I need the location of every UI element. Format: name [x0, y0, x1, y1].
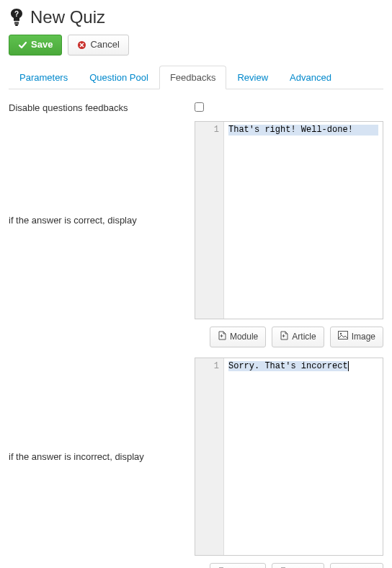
- quiz-icon: ?: [9, 8, 24, 27]
- tab-advanced[interactable]: Advanced: [279, 66, 342, 89]
- article-button[interactable]: Article: [272, 563, 324, 568]
- tab-parameters[interactable]: Parameters: [9, 66, 79, 89]
- page-title: New Quiz: [30, 7, 105, 27]
- save-button-label: Save: [31, 39, 53, 51]
- article-button-label: Article: [292, 332, 316, 343]
- cancel-button-label: Cancel: [90, 39, 119, 51]
- incorrect-answer-label: if the answer is incorrect, display: [9, 358, 195, 556]
- image-button-label: Image: [352, 332, 375, 343]
- module-button[interactable]: Module: [210, 327, 266, 348]
- image-icon: [338, 331, 348, 343]
- tab-feedbacks[interactable]: Feedbacks: [159, 66, 227, 89]
- svg-rect-1: [15, 25, 18, 26]
- svg-point-4: [339, 333, 341, 334]
- disable-feedbacks-label: Disable questions feedbacks: [9, 102, 195, 113]
- file-plus-icon: [218, 331, 226, 344]
- tabs: Parameters Question Pool Feedbacks Revie…: [9, 66, 383, 89]
- line-number: 1: [195, 361, 219, 371]
- article-button[interactable]: Article: [272, 327, 324, 348]
- module-button-label: Module: [230, 332, 258, 343]
- code-line: Sorry. That's incorrect: [228, 361, 348, 371]
- cancel-button[interactable]: Cancel: [68, 35, 128, 56]
- correct-feedback-editor[interactable]: 1 That's right! Well-done!: [195, 121, 383, 319]
- disable-feedbacks-checkbox[interactable]: [195, 102, 204, 112]
- cancel-icon: [77, 40, 86, 50]
- editor-gutter: 1: [195, 358, 224, 555]
- module-button[interactable]: Module: [210, 563, 266, 568]
- text-cursor: [348, 361, 349, 371]
- save-button[interactable]: Save: [9, 35, 62, 56]
- tab-review[interactable]: Review: [226, 66, 279, 89]
- file-plus-icon: [280, 331, 288, 344]
- tab-question-pool[interactable]: Question Pool: [79, 66, 159, 89]
- image-button[interactable]: Image: [330, 563, 383, 568]
- svg-text:?: ?: [14, 10, 19, 18]
- correct-answer-label: if the answer is correct, display: [9, 121, 195, 319]
- editor-gutter: 1: [195, 122, 224, 319]
- code-line: That's right! Well-done!: [228, 125, 378, 136]
- line-number: 1: [195, 125, 219, 135]
- check-icon: [18, 40, 27, 50]
- incorrect-feedback-editor[interactable]: 1 Sorry. That's incorrect: [195, 358, 383, 556]
- svg-rect-3: [338, 332, 347, 340]
- image-button[interactable]: Image: [330, 327, 383, 348]
